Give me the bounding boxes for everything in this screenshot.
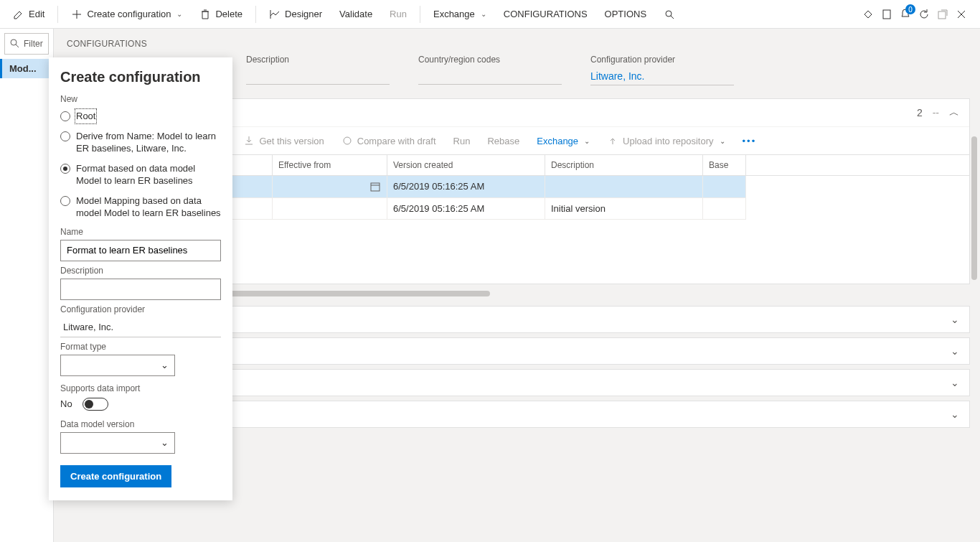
dlg-name-input[interactable]	[60, 240, 221, 261]
edit-label: Edit	[29, 9, 44, 19]
options-label: OPTIONS	[605, 9, 647, 19]
radio-mapping[interactable]: Model Mapping based on data model Model …	[60, 195, 221, 220]
ellipsis-icon: •••	[743, 136, 757, 146]
country-value[interactable]	[418, 67, 562, 85]
compare-icon	[341, 135, 353, 146]
designer-label: Designer	[285, 9, 322, 19]
chevron-up-icon[interactable]: ︿	[949, 106, 959, 119]
dialog-title: Create configuration	[60, 69, 221, 85]
v-exchange-button[interactable]: Exchange ⌄	[529, 132, 597, 150]
v-exchange-label: Exchange	[537, 136, 578, 146]
radio-icon	[60, 196, 70, 206]
pencil-icon	[13, 9, 24, 20]
dlg-import-label: Supports data import	[60, 383, 221, 393]
compare-label: Compare with draft	[357, 136, 436, 146]
dlg-import-toggle[interactable]	[83, 398, 108, 411]
col-description[interactable]: Description	[545, 155, 703, 175]
tree-item-model[interactable]: Mod...	[0, 59, 53, 78]
delete-button[interactable]: Delete	[192, 4, 250, 24]
edit-button[interactable]: Edit	[6, 4, 52, 24]
chevron-down-icon: ⌄	[161, 360, 169, 370]
col-base[interactable]: Base	[703, 155, 746, 175]
designer-button[interactable]: Designer	[262, 4, 329, 24]
filter-input[interactable]: Filter	[4, 33, 49, 55]
create-config-button[interactable]: Create configuration ⌄	[64, 4, 189, 24]
delete-label: Delete	[215, 9, 242, 19]
desc-value[interactable]	[246, 67, 390, 85]
run-button: Run	[382, 4, 414, 24]
chevron-down-icon: ⌄	[951, 408, 959, 420]
configurations-label: CONFIGURATIONS	[504, 9, 588, 19]
svg-rect-1	[883, 10, 890, 19]
radio-derive[interactable]: Derive from Name: Model to learn ER base…	[60, 130, 221, 155]
dlg-submit-button[interactable]: Create configuration	[60, 465, 171, 487]
radio-format[interactable]: Format based on data model Model to lear…	[60, 162, 221, 187]
compare-button: Compare with draft	[334, 131, 443, 150]
cell-description[interactable]: Initial version	[545, 198, 703, 220]
validate-button[interactable]: Validate	[332, 4, 380, 24]
scrollbar-thumb[interactable]	[971, 136, 977, 280]
radio-label: Model Mapping based on data model Model …	[76, 195, 221, 220]
cell-effective[interactable]	[273, 198, 387, 220]
dlg-provider-label: Configuration provider	[60, 304, 221, 314]
popout-icon[interactable]	[937, 9, 948, 20]
radio-root[interactable]: Root	[60, 110, 221, 123]
provider-value[interactable]: Litware, Inc.	[590, 67, 734, 85]
dlg-provider-value: Litware, Inc.	[60, 317, 221, 337]
chevron-down-icon: ⌄	[584, 137, 590, 145]
find-button[interactable]	[656, 4, 682, 24]
radio-label: Format based on data model Model to lear…	[76, 162, 221, 187]
refresh-icon[interactable]	[918, 9, 930, 20]
top-toolbar: Edit Create configuration ⌄ Delete Desig…	[0, 0, 980, 29]
desc-label: Description	[246, 55, 390, 65]
upload-icon	[607, 135, 618, 146]
create-label: Create configuration	[87, 9, 171, 19]
cell-base[interactable]	[703, 198, 746, 220]
cell-description[interactable]	[545, 176, 703, 198]
cell-created[interactable]: 6/5/2019 05:16:25 AM	[387, 176, 545, 198]
configurations-tab[interactable]: CONFIGURATIONS	[496, 4, 595, 24]
attach-icon[interactable]	[862, 9, 874, 20]
cell-created[interactable]: 6/5/2019 05:16:25 AM	[387, 198, 545, 220]
office-icon[interactable]	[881, 9, 892, 20]
v-run-button: Run	[446, 132, 478, 150]
exchange-button[interactable]: Exchange ⌄	[426, 4, 494, 24]
radio-label: Root	[76, 110, 95, 123]
rebase-button: Rebase	[480, 132, 527, 150]
radio-icon	[60, 111, 70, 121]
svg-point-0	[666, 11, 672, 17]
separator	[57, 6, 58, 23]
dlg-import-value: No	[60, 398, 72, 409]
chevron-down-icon: ⌄	[720, 137, 725, 145]
more-button[interactable]: •••	[735, 132, 764, 150]
svg-rect-4	[371, 183, 380, 191]
dlg-name-label: Name	[60, 227, 221, 237]
download-icon	[243, 135, 255, 146]
versions-dash: --	[933, 107, 939, 118]
svg-rect-2	[938, 11, 946, 19]
plus-icon	[71, 9, 83, 20]
dlg-dmv-select[interactable]: ⌄	[60, 432, 175, 454]
rebase-label: Rebase	[487, 136, 519, 146]
chevron-down-icon: ⌄	[951, 377, 959, 388]
calendar-icon[interactable]	[369, 181, 381, 192]
cell-effective[interactable]	[273, 176, 387, 198]
trash-icon	[199, 9, 211, 20]
chevron-down-icon: ⌄	[176, 10, 182, 18]
chevron-down-icon: ⌄	[481, 10, 486, 18]
col-created[interactable]: Version created	[387, 155, 545, 175]
upload-label: Upload into repository	[623, 136, 713, 146]
dlg-desc-input[interactable]	[60, 279, 221, 300]
chevron-down-icon: ⌄	[951, 314, 959, 325]
dlg-format-type-select[interactable]: ⌄	[60, 355, 175, 376]
filter-placeholder: Filter	[24, 39, 43, 49]
notifications-button[interactable]: 0	[900, 7, 911, 21]
search-icon	[664, 9, 675, 20]
options-tab[interactable]: OPTIONS	[598, 4, 654, 24]
chevron-down-icon: ⌄	[161, 437, 169, 448]
vertical-scrollbar[interactable]	[970, 136, 979, 438]
col-effective[interactable]: Effective from	[273, 155, 387, 175]
radio-label: Derive from Name: Model to learn ER base…	[76, 130, 221, 155]
cell-base[interactable]	[703, 176, 746, 198]
close-icon[interactable]	[956, 9, 967, 20]
